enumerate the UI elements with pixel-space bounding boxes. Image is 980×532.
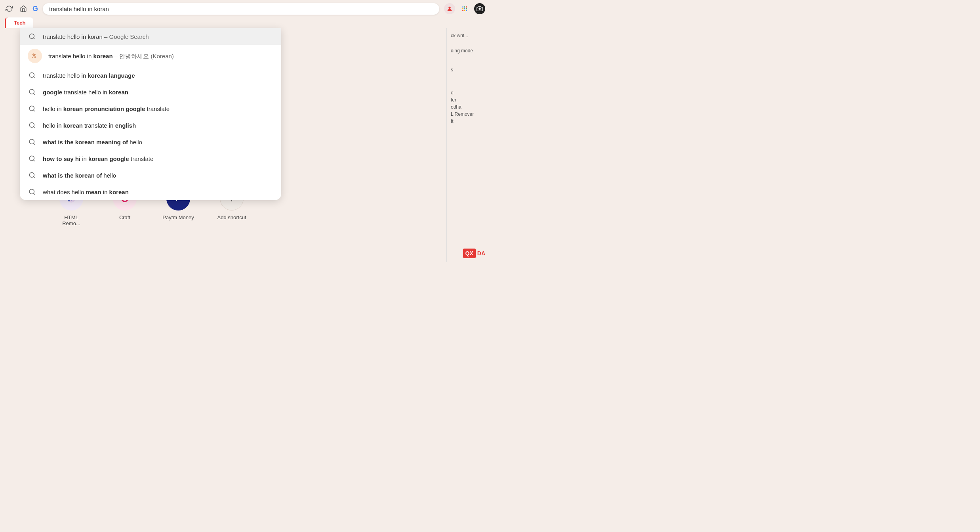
tab-tech[interactable]: Tech	[5, 17, 33, 28]
search-suggestion-text-1: translate hello in koran – Google Search	[43, 33, 149, 41]
svg-point-2	[464, 6, 465, 8]
svg-point-7	[462, 10, 463, 11]
search-suggestion-text-6: hello in korean translate in english	[43, 121, 136, 130]
search-suggestion-8[interactable]: how to say hi in korean google translate	[20, 150, 281, 167]
svg-line-12	[33, 38, 34, 39]
html-remover-label: HTML Remo...	[55, 214, 87, 226]
svg-point-6	[466, 8, 467, 10]
svg-point-0	[448, 7, 450, 9]
search-icon-4	[28, 88, 36, 96]
svg-line-16	[33, 77, 34, 78]
right-panel-item-3: o	[451, 89, 486, 96]
search-suggestion-9[interactable]: what is the korean of hello	[20, 167, 281, 184]
search-suggestion-4[interactable]: google translate hello in korean	[20, 84, 281, 100]
address-bar[interactable]: translate hello in koran	[43, 3, 439, 15]
svg-point-8	[464, 10, 465, 11]
right-panel-item-1: ck writ...	[451, 32, 486, 39]
search-icon-8	[28, 154, 36, 163]
search-suggestion-7[interactable]: what is the korean meaning of hello	[20, 134, 281, 150]
svg-text:A: A	[34, 55, 36, 59]
svg-line-18	[33, 93, 34, 94]
right-panel-reading-mode: ding mode	[451, 47, 486, 54]
svg-point-15	[29, 73, 34, 77]
right-panel-item-2: s	[451, 66, 486, 73]
google-apps-icon[interactable]	[459, 3, 470, 14]
search-suggestion-text-7: what is the korean meaning of hello	[43, 138, 142, 146]
svg-point-1	[462, 6, 463, 8]
browser-nav-icons	[5, 4, 28, 13]
right-panel: ck writ... ding mode s o ter odha L Remo…	[446, 28, 490, 262]
right-panel-item-6: L Remover	[451, 111, 486, 118]
search-suggestion-10[interactable]: what does hello mean in korean	[20, 184, 281, 200]
search-icon-6	[28, 121, 36, 130]
svg-point-25	[29, 156, 34, 161]
svg-line-20	[33, 110, 34, 111]
svg-point-29	[29, 189, 34, 194]
svg-line-30	[33, 193, 34, 194]
search-suggestion-text-2: translate hello in korean – 안녕하세요 (Korea…	[48, 52, 174, 60]
search-suggestion-5[interactable]: hello in korean pronunciation google tra…	[20, 100, 281, 117]
svg-line-26	[33, 160, 34, 161]
svg-line-22	[33, 126, 34, 128]
svg-point-23	[29, 139, 34, 144]
svg-point-5	[464, 8, 465, 10]
home-icon[interactable]	[19, 4, 28, 13]
svg-point-27	[29, 172, 34, 177]
svg-point-17	[29, 89, 34, 94]
search-icon-10	[28, 188, 36, 196]
right-panel-item-4: ter	[451, 96, 486, 103]
svg-point-10	[479, 8, 480, 10]
svg-point-11	[29, 34, 34, 38]
search-suggestion-text-5: hello in korean pronunciation google tra…	[43, 105, 170, 113]
browser-right-icons	[444, 3, 485, 14]
add-shortcut-label: Add shortcut	[217, 214, 246, 220]
search-suggestion-1[interactable]: translate hello in koran – Google Search	[20, 28, 281, 45]
tab-bar: Tech	[0, 17, 490, 28]
craft-label: Craft	[119, 214, 130, 220]
search-suggestion-text-9: what is the korean of hello	[43, 171, 116, 180]
search-suggestion-6[interactable]: hello in korean translate in english	[20, 117, 281, 134]
camera-icon[interactable]	[474, 3, 485, 14]
svg-point-3	[466, 6, 467, 8]
profile-icon[interactable]	[444, 3, 455, 14]
paytm-label: Paytm Money	[162, 214, 194, 220]
search-suggestion-3[interactable]: translate hello in korean language	[20, 67, 281, 84]
svg-point-19	[29, 106, 34, 111]
main-content: translate hello in koran – Google Search…	[0, 28, 490, 262]
search-icon-5	[28, 104, 36, 113]
search-suggestion-2[interactable]: 文 A translate hello in korean – 안녕하세요 (K…	[20, 45, 281, 67]
reload-icon[interactable]	[5, 4, 13, 13]
google-logo: G	[32, 5, 38, 13]
search-suggestion-text-8: how to say hi in korean google translate	[43, 155, 153, 163]
xda-watermark: QX DA	[463, 249, 485, 258]
search-dropdown: translate hello in koran – Google Search…	[20, 28, 281, 200]
search-icon-9	[28, 171, 36, 180]
right-panel-item-5: odha	[451, 103, 486, 111]
search-icon-7	[28, 138, 36, 146]
svg-line-28	[33, 176, 34, 178]
browser-bar: G translate hello in koran	[0, 0, 490, 17]
svg-point-21	[29, 122, 34, 127]
svg-point-9	[466, 10, 467, 11]
search-icon-1	[28, 32, 36, 41]
search-suggestion-text-10: what does hello mean in korean	[43, 188, 129, 196]
svg-line-24	[33, 143, 34, 144]
search-suggestion-text-4: google translate hello in korean	[43, 88, 128, 96]
address-text: translate hello in koran	[49, 6, 109, 12]
search-suggestion-text-3: translate hello in korean language	[43, 71, 135, 80]
svg-point-4	[462, 8, 463, 10]
translate-icon: 文 A	[28, 49, 42, 63]
right-panel-item-7: ft	[451, 118, 486, 125]
search-icon-3	[28, 71, 36, 80]
